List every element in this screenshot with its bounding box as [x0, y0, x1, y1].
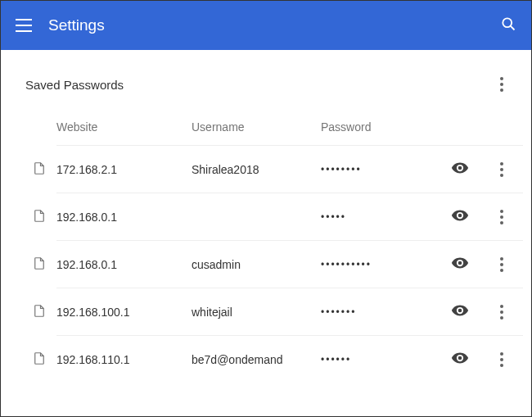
- password-row: 192.168.110.1be7d@ondemand••••••: [56, 335, 523, 383]
- show-password-icon[interactable]: [451, 349, 469, 369]
- username-cell: Shiralea2018: [192, 163, 321, 176]
- username-cell: cusadmin: [192, 258, 321, 271]
- show-password-icon[interactable]: [451, 206, 469, 227]
- search-icon[interactable]: [500, 16, 516, 35]
- file-icon: [32, 351, 47, 368]
- svg-line-1: [511, 26, 515, 30]
- row-actions: [451, 301, 523, 322]
- section-title: Saved Passwords: [25, 78, 124, 92]
- page-title: Settings: [48, 16, 105, 34]
- row-actions: [451, 349, 523, 369]
- file-icon: [32, 256, 47, 273]
- row-more-icon[interactable]: [492, 160, 512, 179]
- website-cell[interactable]: 192.168.0.1: [56, 258, 192, 271]
- row-actions: [451, 159, 523, 179]
- website-cell[interactable]: 192.168.110.1: [56, 353, 192, 366]
- file-icon: [32, 208, 47, 225]
- password-row: 192.168.0.1•••••: [56, 193, 523, 240]
- show-password-icon[interactable]: [451, 301, 469, 322]
- section-more-icon[interactable]: [492, 75, 512, 94]
- file-icon: [32, 303, 47, 320]
- table-header: Website Username Password: [56, 120, 523, 145]
- row-more-icon[interactable]: [492, 207, 512, 227]
- password-cell: •••••••: [321, 306, 419, 318]
- file-icon: [32, 161, 47, 178]
- username-cell: whitejail: [192, 306, 321, 319]
- menu-icon[interactable]: [16, 17, 32, 34]
- svg-point-0: [503, 18, 512, 27]
- password-cell: ••••••••: [321, 164, 419, 175]
- password-cell: ••••••: [321, 354, 419, 365]
- password-row: 192.168.0.1cusadmin••••••••••: [56, 240, 523, 288]
- show-password-icon[interactable]: [451, 159, 469, 179]
- password-row: 192.168.100.1whitejail•••••••: [56, 288, 523, 335]
- username-cell: be7d@ondemand: [192, 353, 321, 366]
- show-password-icon[interactable]: [451, 254, 469, 274]
- row-more-icon[interactable]: [492, 350, 512, 369]
- row-actions: [451, 206, 523, 227]
- password-cell: ••••••••••: [321, 259, 419, 270]
- password-cell: •••••: [321, 211, 419, 223]
- website-cell[interactable]: 172.168.2.1: [56, 163, 192, 176]
- website-cell[interactable]: 192.168.0.1: [56, 211, 192, 224]
- col-header-website: Website: [56, 120, 192, 134]
- app-header: Settings: [1, 1, 531, 50]
- row-actions: [451, 254, 523, 274]
- header-left: Settings: [16, 16, 105, 34]
- col-header-username: Username: [192, 120, 321, 134]
- password-rows: 172.168.2.1Shiralea2018••••••••192.168.0…: [56, 145, 523, 383]
- row-more-icon[interactable]: [492, 302, 512, 322]
- section-header: Saved Passwords: [25, 75, 523, 94]
- row-more-icon[interactable]: [492, 255, 512, 274]
- website-cell[interactable]: 192.168.100.1: [56, 306, 192, 319]
- password-row: 172.168.2.1Shiralea2018••••••••: [56, 145, 523, 193]
- col-header-password: Password: [321, 120, 419, 134]
- content-scroll[interactable]: Saved Passwords Website Username Passwor…: [1, 50, 531, 416]
